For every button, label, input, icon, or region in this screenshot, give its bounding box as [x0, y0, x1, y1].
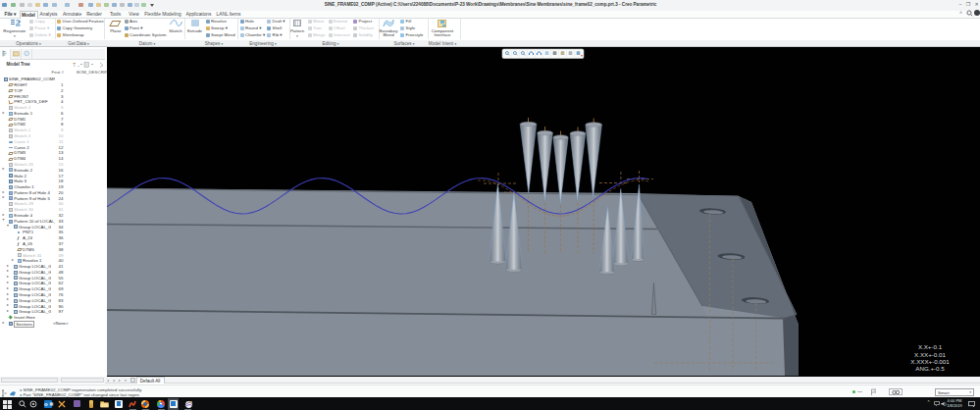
svg-text:X.XX+-0.01: X.XX+-0.01 [914, 351, 946, 358]
svg-text:ANG.+-0.5: ANG.+-0.5 [915, 365, 945, 372]
svg-text:X.XXX+-0.001: X.XXX+-0.001 [910, 358, 950, 365]
svg-text:T: T [73, 62, 77, 68]
svg-text:X.X+-0.1: X.X+-0.1 [918, 343, 943, 350]
